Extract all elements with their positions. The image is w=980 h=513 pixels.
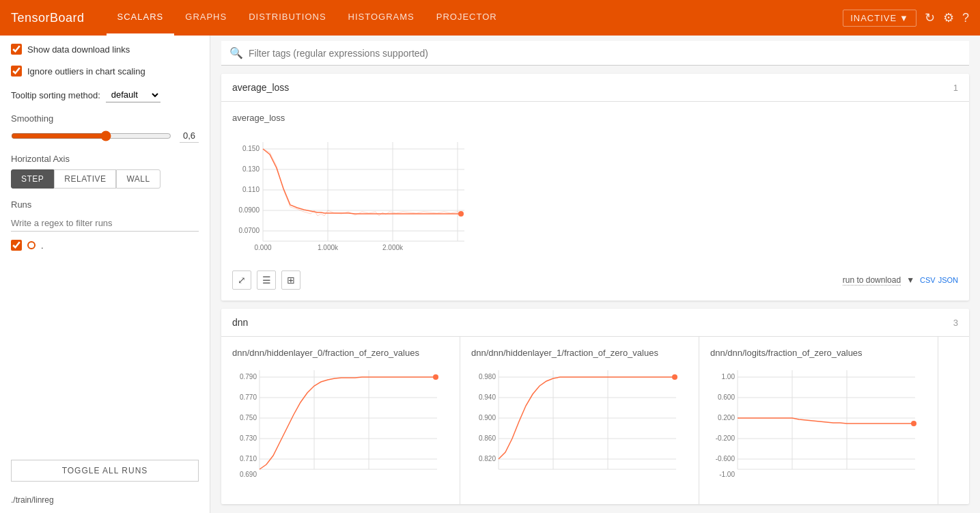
- dnn-chart-0-svg: 0.790 0.770 0.750 0.730 0.710 0.690: [232, 363, 444, 493]
- svg-point-18: [458, 211, 464, 217]
- csv-json-links: CSV JSON: [920, 276, 958, 284]
- svg-text:0.860: 0.860: [479, 434, 496, 442]
- axis-relative-button[interactable]: RELATIVE: [54, 169, 116, 189]
- axis-step-button[interactable]: STEP: [11, 169, 54, 189]
- download-arrow-icon: ▼: [906, 275, 914, 285]
- section-average-loss: average_loss 1 average_loss: [221, 74, 969, 301]
- chart-expand-button[interactable]: ⤢: [232, 271, 251, 290]
- settings-icon[interactable]: ⚙: [943, 10, 954, 25]
- svg-text:0.110: 0.110: [242, 186, 260, 193]
- dnn-chart-2-cell: dnn/dnn/logits/fraction_of_zero_values 1…: [699, 337, 938, 504]
- horizontal-axis-label: Horizontal Axis: [11, 154, 199, 164]
- svg-text:0.600: 0.600: [718, 393, 735, 401]
- ignore-outliers-checkbox[interactable]: [11, 66, 22, 77]
- smoothing-section: Smoothing 0,6: [11, 113, 199, 143]
- linreg-label: ./train/linreg: [11, 495, 199, 505]
- section-dnn: dnn 3 dnn/dnn/hiddenlayer_0/fraction_of_…: [221, 309, 969, 504]
- svg-text:-0.200: -0.200: [716, 434, 736, 442]
- dnn-chart-2-title: dnn/dnn/logits/fraction_of_zero_values: [710, 348, 927, 358]
- section-average-loss-header: average_loss 1: [221, 74, 969, 102]
- tooltip-sort-label: Tooltip sorting method:: [11, 90, 100, 100]
- svg-text:0.0900: 0.0900: [238, 206, 260, 214]
- horizontal-axis-section: Horizontal Axis STEP RELATIVE WALL: [11, 154, 199, 189]
- search-bar: 🔍: [221, 41, 969, 66]
- topnav-right: INACTIVE ▼ ↻ ⚙ ?: [843, 10, 969, 27]
- app-title: TensorBoard: [11, 11, 85, 25]
- svg-text:0.940: 0.940: [479, 393, 496, 401]
- dnn-chart-0-title: dnn/dnn/hiddenlayer_0/fraction_of_zero_v…: [232, 348, 449, 358]
- section-dnn-header: dnn 3: [221, 309, 969, 337]
- svg-text:0.820: 0.820: [479, 455, 496, 462]
- chart-list-button[interactable]: ☰: [257, 271, 276, 290]
- smoothing-slider[interactable]: [11, 130, 171, 141]
- chart-download-area: run to download ▼ CSV JSON: [843, 275, 958, 286]
- search-icon: 🔍: [229, 46, 243, 59]
- dnn-chart-2-svg: 1.00 0.600 0.200 -0.200 -0.600 -1.00: [710, 363, 922, 493]
- dnn-chart-1-svg: 0.980 0.940 0.900 0.860 0.820: [471, 363, 683, 493]
- svg-text:0.730: 0.730: [240, 434, 257, 442]
- nav-distributions[interactable]: DISTRIBUTIONS: [238, 0, 337, 36]
- section-dnn-title: dnn: [232, 317, 248, 328]
- svg-text:0.710: 0.710: [240, 455, 257, 462]
- svg-point-49: [672, 374, 677, 380]
- dnn-chart-0-cell: dnn/dnn/hiddenlayer_0/fraction_of_zero_v…: [221, 337, 460, 504]
- runs-label: Runs: [11, 199, 199, 210]
- chart-average-loss-container: average_loss: [221, 102, 969, 301]
- chart-average-loss-title: average_loss: [232, 113, 958, 123]
- svg-text:0.770: 0.770: [240, 393, 257, 401]
- sidebar: Show data download links Ignore outliers…: [0, 36, 210, 513]
- nav-scalars[interactable]: SCALARS: [107, 0, 175, 36]
- search-input[interactable]: [249, 48, 961, 59]
- run-name: .: [41, 240, 44, 251]
- chart-zoom-button[interactable]: ⊞: [281, 271, 300, 290]
- section-dnn-count: 3: [953, 318, 958, 328]
- help-icon[interactable]: ?: [962, 11, 969, 25]
- status-badge[interactable]: INACTIVE ▼: [843, 10, 916, 27]
- nav-histograms[interactable]: HISTOGRAMS: [337, 0, 425, 36]
- nav-graphs[interactable]: GRAPHS: [174, 0, 238, 36]
- svg-text:2.000k: 2.000k: [382, 244, 404, 251]
- layout: Show data download links Ignore outliers…: [0, 36, 980, 513]
- refresh-icon[interactable]: ↻: [925, 10, 935, 25]
- show-download-row: Show data download links: [11, 44, 199, 55]
- show-download-label: Show data download links: [27, 44, 130, 55]
- svg-text:0.200: 0.200: [718, 414, 735, 421]
- svg-text:0.690: 0.690: [240, 471, 257, 478]
- tooltip-sort-select[interactable]: default: [106, 87, 160, 102]
- svg-text:1.000k: 1.000k: [318, 244, 339, 251]
- smoothing-value: 0,6: [180, 129, 199, 143]
- show-download-checkbox[interactable]: [11, 44, 22, 55]
- svg-text:-1.00: -1.00: [719, 471, 735, 478]
- run-item: .: [11, 240, 199, 251]
- ignore-outliers-label: Ignore outliers in chart scaling: [27, 66, 145, 77]
- json-link[interactable]: JSON: [938, 276, 958, 284]
- svg-text:0.130: 0.130: [242, 165, 260, 173]
- svg-point-34: [433, 374, 438, 380]
- runs-section: Runs .: [11, 199, 199, 251]
- average-loss-chart-svg: 0.150 0.130 0.110 0.0900 0.0700 0.000 1.…: [232, 128, 478, 265]
- main-area: 🔍 average_loss 1 average_loss: [210, 36, 980, 513]
- chart-average-loss-toolbar: ⤢ ☰ ⊞ run to download ▼ CSV JSON: [232, 271, 958, 290]
- nav-links: SCALARS GRAPHS DISTRIBUTIONS HISTOGRAMS …: [107, 0, 822, 36]
- section-average-loss-count: 1: [953, 83, 958, 93]
- run-dot: [27, 241, 36, 249]
- toggle-all-runs-button[interactable]: TOGGLE ALL RUNS: [11, 460, 199, 482]
- svg-text:0.980: 0.980: [479, 373, 496, 380]
- csv-link[interactable]: CSV: [920, 276, 936, 284]
- dnn-chart-1-cell: dnn/dnn/hiddenlayer_1/fraction_of_zero_v…: [460, 337, 699, 504]
- ignore-outliers-row: Ignore outliers in chart scaling: [11, 66, 199, 77]
- run-checkbox[interactable]: [11, 240, 22, 251]
- dnn-chart-1-title: dnn/dnn/hiddenlayer_1/fraction_of_zero_v…: [471, 348, 688, 358]
- smoothing-row: 0,6: [11, 129, 199, 143]
- svg-point-65: [911, 421, 916, 426]
- axis-wall-button[interactable]: WALL: [116, 169, 160, 189]
- svg-text:0.790: 0.790: [240, 373, 257, 380]
- runs-filter-input[interactable]: [11, 215, 199, 232]
- svg-text:-0.600: -0.600: [716, 455, 736, 462]
- smoothing-label: Smoothing: [11, 113, 199, 124]
- nav-projector[interactable]: PROJECTOR: [425, 0, 508, 36]
- topnav: TensorBoard SCALARS GRAPHS DISTRIBUTIONS…: [0, 0, 980, 36]
- svg-text:0.000: 0.000: [254, 244, 271, 251]
- svg-text:0.150: 0.150: [242, 145, 260, 152]
- run-to-download-link[interactable]: run to download: [843, 275, 901, 286]
